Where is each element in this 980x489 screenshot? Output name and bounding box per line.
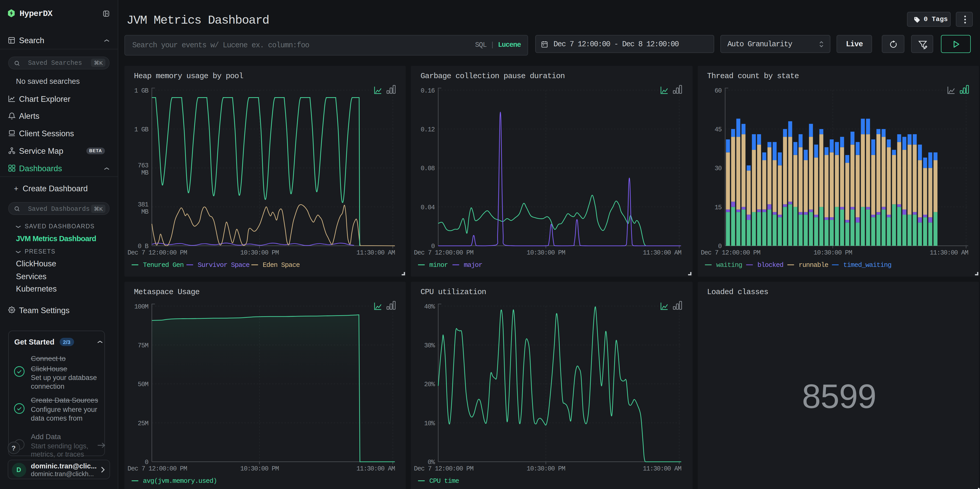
svg-text:60: 60 xyxy=(714,87,722,94)
svg-text:MB: MB xyxy=(141,169,149,177)
svg-text:763: 763 xyxy=(138,162,148,169)
svg-text:Dec 7 12:00:00 PM: Dec 7 12:00:00 PM xyxy=(414,465,474,472)
svg-text:30: 30 xyxy=(714,165,722,172)
svg-text:major: major xyxy=(464,261,482,269)
svg-text:1 GB: 1 GB xyxy=(134,87,149,94)
svg-text:15: 15 xyxy=(714,204,722,211)
svg-text:50M: 50M xyxy=(138,381,148,388)
svg-text:10:30:00 PM: 10:30:00 PM xyxy=(527,249,565,256)
svg-text:10:30:00 PM: 10:30:00 PM xyxy=(240,465,279,472)
svg-text:11:30:00 AM: 11:30:00 AM xyxy=(356,249,395,256)
svg-text:Survivor Space: Survivor Space xyxy=(198,261,249,269)
svg-text:0.12: 0.12 xyxy=(421,126,435,133)
svg-text:Eden Space: Eden Space xyxy=(263,261,300,269)
svg-text:11:30:00 AM: 11:30:00 AM xyxy=(643,465,681,472)
svg-text:MB: MB xyxy=(141,208,149,215)
svg-text:11:30:00 AM: 11:30:00 AM xyxy=(356,465,395,472)
svg-text:waiting: waiting xyxy=(716,261,742,269)
svg-text:Dec 7 12:00:00 PM: Dec 7 12:00:00 PM xyxy=(127,249,187,256)
svg-text:10%: 10% xyxy=(424,420,435,427)
svg-text:8599: 8599 xyxy=(802,377,876,415)
svg-text:runnable: runnable xyxy=(799,261,828,269)
svg-text:25M: 25M xyxy=(138,420,148,427)
svg-text:timed_waiting: timed_waiting xyxy=(843,261,891,269)
svg-text:11:30:00 AM: 11:30:00 AM xyxy=(930,249,968,256)
svg-text:0.16: 0.16 xyxy=(421,87,435,94)
svg-text:40%: 40% xyxy=(424,303,435,310)
svg-text:10:30:00 PM: 10:30:00 PM xyxy=(240,249,279,256)
svg-text:CPU time: CPU time xyxy=(430,477,459,485)
svg-text:0.04: 0.04 xyxy=(421,204,435,211)
svg-text:10:30:00 PM: 10:30:00 PM xyxy=(813,249,852,256)
svg-text:45: 45 xyxy=(714,126,722,133)
svg-text:20%: 20% xyxy=(424,381,435,388)
svg-text:11:30:00 AM: 11:30:00 AM xyxy=(643,249,681,256)
svg-text:Dec 7 12:00:00 PM: Dec 7 12:00:00 PM xyxy=(414,249,474,256)
svg-text:Dec 7 12:00:00 PM: Dec 7 12:00:00 PM xyxy=(127,465,187,472)
svg-text:minor: minor xyxy=(430,261,448,269)
svg-text:100M: 100M xyxy=(134,303,148,310)
svg-text:75M: 75M xyxy=(138,342,148,349)
svg-text:1 GB: 1 GB xyxy=(134,126,149,133)
svg-text:381: 381 xyxy=(138,201,148,208)
svg-text:10:30:00 PM: 10:30:00 PM xyxy=(527,465,565,472)
svg-text:0.08: 0.08 xyxy=(421,165,435,172)
svg-text:Dec 7 12:00:00 PM: Dec 7 12:00:00 PM xyxy=(700,249,760,256)
svg-text:blocked: blocked xyxy=(757,261,783,269)
svg-text:avg(jvm.memory.used): avg(jvm.memory.used) xyxy=(143,477,217,485)
svg-text:Tenured Gen: Tenured Gen xyxy=(143,261,183,269)
svg-text:30%: 30% xyxy=(424,342,435,349)
